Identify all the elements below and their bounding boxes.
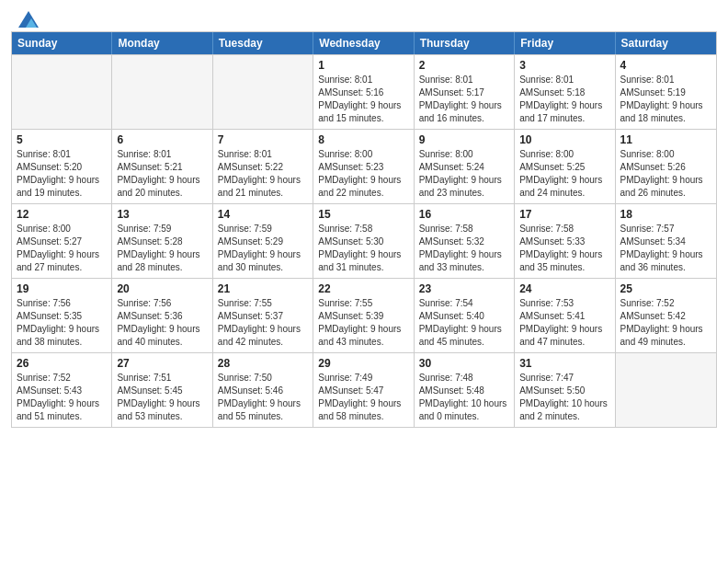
day-number: 9	[419, 133, 509, 146]
week-row-3: 12Sunrise: 8:00 AMSunset: 5:27 PMDayligh…	[12, 203, 716, 278]
day-number: 11	[620, 133, 711, 146]
day-cell-empty	[112, 55, 212, 129]
day-cell-17: 17Sunrise: 7:58 AMSunset: 5:33 PMDayligh…	[515, 204, 615, 278]
calendar-header: SundayMondayTuesdayWednesdayThursdayFrid…	[12, 32, 716, 54]
day-cell-26: 26Sunrise: 7:52 AMSunset: 5:43 PMDayligh…	[12, 353, 112, 427]
day-cell-empty	[616, 353, 716, 427]
day-cell-4: 4Sunrise: 8:01 AMSunset: 5:19 PMDaylight…	[616, 55, 716, 129]
day-number: 26	[17, 357, 107, 370]
calendar-body: 1Sunrise: 8:01 AMSunset: 5:16 PMDaylight…	[12, 54, 716, 427]
day-number: 15	[318, 208, 408, 221]
day-cell-20: 20Sunrise: 7:56 AMSunset: 5:36 PMDayligh…	[112, 279, 212, 352]
header-cell-friday: Friday	[515, 32, 615, 54]
day-number: 10	[519, 133, 609, 146]
day-number: 3	[519, 59, 609, 72]
day-cell-30: 30Sunrise: 7:48 AMSunset: 5:48 PMDayligh…	[415, 353, 515, 427]
day-number: 22	[318, 282, 408, 295]
day-cell-3: 3Sunrise: 8:01 AMSunset: 5:18 PMDaylight…	[515, 55, 615, 129]
day-number: 12	[17, 208, 107, 221]
day-cell-14: 14Sunrise: 7:59 AMSunset: 5:29 PMDayligh…	[213, 204, 313, 278]
header-cell-saturday: Saturday	[616, 32, 716, 54]
day-number: 27	[117, 357, 207, 370]
day-cell-23: 23Sunrise: 7:54 AMSunset: 5:40 PMDayligh…	[415, 279, 515, 352]
daylight-text: Daylight: 10 hours and 2 minutes.	[519, 398, 608, 421]
day-cell-6: 6Sunrise: 8:01 AMSunset: 5:21 PMDaylight…	[112, 130, 212, 203]
day-cell-25: 25Sunrise: 7:52 AMSunset: 5:42 PMDayligh…	[616, 279, 716, 352]
day-cell-21: 21Sunrise: 7:55 AMSunset: 5:37 PMDayligh…	[213, 279, 313, 352]
day-cell-31: 31Sunrise: 7:47 AMSunset: 5:50 PMDayligh…	[515, 353, 615, 427]
header-cell-wednesday: Wednesday	[313, 32, 414, 54]
day-number: 2	[419, 59, 509, 72]
day-number: 25	[620, 282, 711, 295]
day-cell-5: 5Sunrise: 8:01 AMSunset: 5:20 PMDaylight…	[12, 130, 112, 203]
day-number: 17	[519, 208, 609, 221]
day-number: 31	[519, 357, 609, 370]
day-cell-12: 12Sunrise: 8:00 AMSunset: 5:27 PMDayligh…	[12, 204, 112, 278]
week-row-2: 5Sunrise: 8:01 AMSunset: 5:20 PMDaylight…	[12, 129, 716, 203]
day-cell-8: 8Sunrise: 8:00 AMSunset: 5:23 PMDaylight…	[313, 130, 414, 203]
day-cell-empty	[12, 55, 112, 129]
day-number: 30	[419, 357, 509, 370]
day-cell-10: 10Sunrise: 8:00 AMSunset: 5:25 PMDayligh…	[515, 130, 615, 203]
week-row-5: 26Sunrise: 7:52 AMSunset: 5:43 PMDayligh…	[12, 352, 716, 427]
day-cell-2: 2Sunrise: 8:01 AMSunset: 5:17 PMDaylight…	[415, 55, 515, 129]
day-cell-29: 29Sunrise: 7:49 AMSunset: 5:47 PMDayligh…	[313, 353, 414, 427]
daylight-text: Daylight: 10 hours and 0 minutes.	[419, 398, 507, 421]
page: SundayMondayTuesdayWednesdayThursdayFrid…	[0, 0, 728, 563]
day-cell-13: 13Sunrise: 7:59 AMSunset: 5:28 PMDayligh…	[112, 204, 212, 278]
day-cell-22: 22Sunrise: 7:55 AMSunset: 5:39 PMDayligh…	[313, 279, 414, 352]
header-cell-monday: Monday	[112, 32, 212, 54]
day-cell-24: 24Sunrise: 7:53 AMSunset: 5:41 PMDayligh…	[515, 279, 615, 352]
header-cell-thursday: Thursday	[415, 32, 515, 54]
day-number: 13	[117, 208, 207, 221]
day-cell-1: 1Sunrise: 8:01 AMSunset: 5:16 PMDaylight…	[313, 55, 414, 129]
day-number: 1	[318, 59, 408, 72]
day-number: 16	[419, 208, 509, 221]
calendar: SundayMondayTuesdayWednesdayThursdayFrid…	[11, 31, 717, 428]
day-number: 21	[218, 282, 308, 295]
day-number: 29	[318, 357, 408, 370]
day-number: 14	[218, 208, 308, 221]
day-number: 7	[218, 133, 308, 146]
day-number: 5	[17, 133, 107, 146]
day-cell-15: 15Sunrise: 7:58 AMSunset: 5:30 PMDayligh…	[313, 204, 414, 278]
day-number: 24	[519, 282, 609, 295]
day-cell-9: 9Sunrise: 8:00 AMSunset: 5:24 PMDaylight…	[415, 130, 515, 203]
day-number: 23	[419, 282, 509, 295]
day-cell-11: 11Sunrise: 8:00 AMSunset: 5:26 PMDayligh…	[616, 130, 716, 203]
day-number: 4	[620, 59, 711, 72]
day-cell-16: 16Sunrise: 7:58 AMSunset: 5:32 PMDayligh…	[415, 204, 515, 278]
day-number: 18	[620, 208, 711, 221]
day-number: 6	[117, 133, 207, 146]
day-number: 20	[117, 282, 207, 295]
day-number: 28	[218, 357, 308, 370]
logo-icon	[18, 11, 39, 28]
day-cell-19: 19Sunrise: 7:56 AMSunset: 5:35 PMDayligh…	[12, 279, 112, 352]
day-cell-7: 7Sunrise: 8:01 AMSunset: 5:22 PMDaylight…	[213, 130, 313, 203]
day-cell-27: 27Sunrise: 7:51 AMSunset: 5:45 PMDayligh…	[112, 353, 212, 427]
day-number: 19	[17, 282, 107, 295]
header-cell-tuesday: Tuesday	[213, 32, 313, 54]
week-row-1: 1Sunrise: 8:01 AMSunset: 5:16 PMDaylight…	[12, 54, 716, 129]
day-cell-28: 28Sunrise: 7:50 AMSunset: 5:46 PMDayligh…	[213, 353, 313, 427]
logo	[17, 11, 39, 24]
week-row-4: 19Sunrise: 7:56 AMSunset: 5:35 PMDayligh…	[12, 278, 716, 352]
header	[0, 0, 728, 31]
header-cell-sunday: Sunday	[12, 32, 112, 54]
day-number: 8	[318, 133, 408, 146]
day-cell-empty	[213, 55, 313, 129]
day-cell-18: 18Sunrise: 7:57 AMSunset: 5:34 PMDayligh…	[616, 204, 716, 278]
